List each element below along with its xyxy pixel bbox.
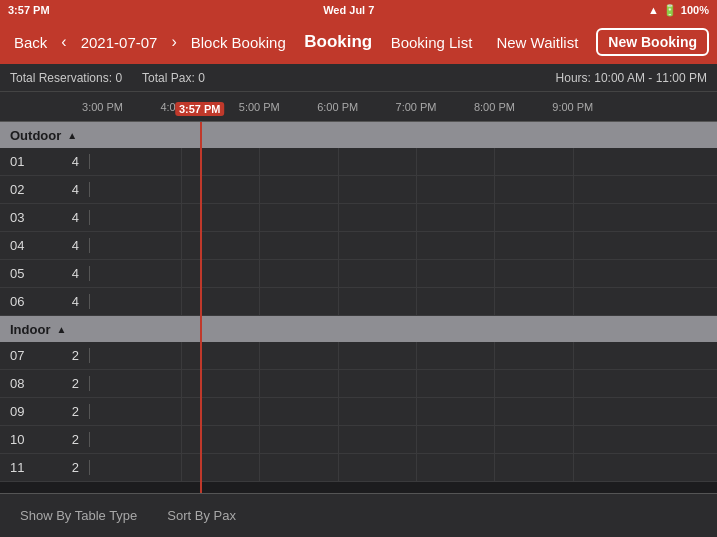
row-timeline [90,370,717,397]
table-pax: 2 [72,348,79,363]
table-row[interactable]: 112 [0,454,717,482]
grid-line [181,342,182,369]
current-time-label: 3:57 PM [175,102,225,116]
table-row[interactable]: 102 [0,426,717,454]
row-timeline [90,204,717,231]
status-bar: 3:57 PM Wed Jul 7 ▲ 🔋 100% [0,0,717,20]
table-pax: 4 [72,154,79,169]
section-name: Outdoor [10,128,61,143]
grid-line [416,176,417,203]
table-id: 10 [10,432,24,447]
section-header[interactable]: Indoor▲ [0,316,717,342]
status-time: 3:57 PM [8,4,50,16]
section-header[interactable]: Outdoor▲ [0,122,717,148]
date-label[interactable]: 2021-07-07 [75,30,164,55]
table-id: 11 [10,460,24,475]
table-row[interactable]: 034 [0,204,717,232]
table-id: 03 [10,210,24,225]
table-pax: 2 [72,460,79,475]
grid-line [338,370,339,397]
grid-line [416,204,417,231]
new-booking-button[interactable]: New Booking [596,28,709,56]
grid-line [181,426,182,453]
table-id: 08 [10,376,24,391]
grid-line [259,288,260,315]
grid-line [494,342,495,369]
prev-date-button[interactable]: ‹ [57,31,70,53]
next-date-button[interactable]: › [167,31,180,53]
grid-line [181,148,182,175]
grid-line [573,370,574,397]
time-label: 6:00 PM [317,101,358,113]
back-button[interactable]: Back [8,30,53,55]
grid-line [494,426,495,453]
grid-line [573,232,574,259]
status-indicators: ▲ 🔋 100% [648,4,709,17]
table-label: 044 [0,238,90,253]
table-row[interactable]: 014 [0,148,717,176]
table-pax: 2 [72,376,79,391]
table-pax: 4 [72,210,79,225]
table-row[interactable]: 092 [0,398,717,426]
time-label: 9:00 PM [552,101,593,113]
grid-line [181,288,182,315]
table-label: 024 [0,182,90,197]
grid-line [573,454,574,481]
table-row[interactable]: 024 [0,176,717,204]
grid-line [416,288,417,315]
grid-line [573,288,574,315]
grid-line [181,176,182,203]
time-label: 5:00 PM [239,101,280,113]
table-label: 082 [0,376,90,391]
grid-line [573,398,574,425]
total-reservations: Total Reservations: 0 [10,71,122,85]
row-timeline [90,232,717,259]
grid-line [573,148,574,175]
grid-line [259,148,260,175]
time-label: 3:00 PM [82,101,123,113]
table-label: 112 [0,460,90,475]
row-timeline [90,426,717,453]
table-id: 05 [10,266,24,281]
main-grid: Outdoor▲014024034044054064Indoor▲0720820… [0,122,717,493]
table-pax: 4 [72,182,79,197]
grid-line [259,176,260,203]
grid-line [573,176,574,203]
table-row[interactable]: 064 [0,288,717,316]
grid-line [494,204,495,231]
nav-bar: Back ‹ 2021-07-07 › Block Booking Bookin… [0,20,717,64]
table-label: 034 [0,210,90,225]
grid-line [338,398,339,425]
grid-line [338,454,339,481]
hours-info: Hours: 10:00 AM - 11:00 PM [556,71,707,85]
table-row[interactable]: 044 [0,232,717,260]
grid-line [416,426,417,453]
grid-line [259,454,260,481]
show-by-table-type-button[interactable]: Show By Table Type [20,508,137,523]
table-row[interactable]: 082 [0,370,717,398]
new-waitlist-button[interactable]: New Waitlist [490,30,584,55]
table-pax: 4 [72,266,79,281]
table-label: 064 [0,294,90,309]
table-id: 02 [10,182,24,197]
time-labels: 3:00 PM4:00 PM5:00 PM6:00 PM7:00 PM8:00 … [90,92,717,117]
grid-line [494,176,495,203]
grid-line [416,260,417,287]
collapse-icon: ▲ [56,324,66,335]
grid-line [181,260,182,287]
table-row[interactable]: 054 [0,260,717,288]
grid-line [338,148,339,175]
nav-right: Booking List New Waitlist New Booking [385,28,709,56]
table-id: 06 [10,294,24,309]
sort-by-pax-button[interactable]: Sort By Pax [167,508,236,523]
grid-line [181,204,182,231]
grid-line [416,232,417,259]
booking-list-button[interactable]: Booking List [385,30,479,55]
grid-line [259,398,260,425]
row-timeline [90,398,717,425]
table-label: 102 [0,432,90,447]
grid-line [259,370,260,397]
bottom-bar: Show By Table Type Sort By Pax [0,493,717,537]
block-booking-button[interactable]: Block Booking [185,30,292,55]
table-row[interactable]: 072 [0,342,717,370]
